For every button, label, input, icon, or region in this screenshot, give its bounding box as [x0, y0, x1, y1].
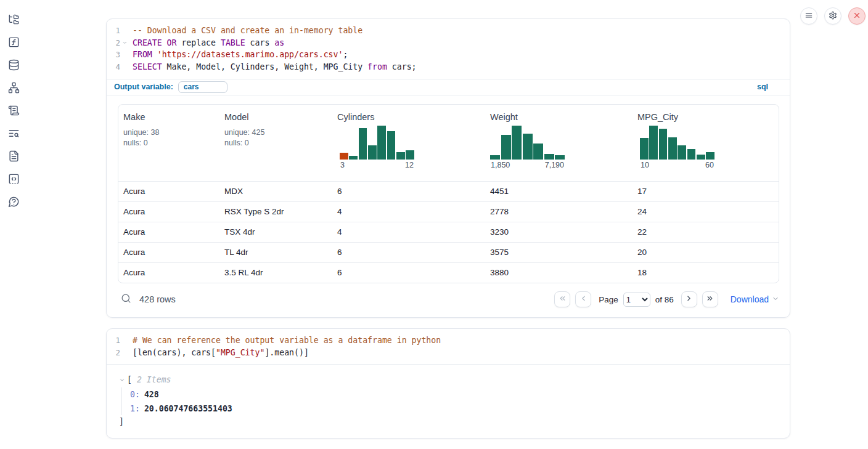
code-line[interactable]: 3 FROM 'https://datasets.marimo.app/cars… — [107, 49, 790, 61]
code-token: FROM — [133, 50, 152, 59]
sidebar-item-datasources[interactable] — [7, 60, 20, 72]
table-cell: 6 — [332, 182, 485, 201]
code-line[interactable]: 1 -- Download a CSV and create an in-mem… — [107, 25, 790, 37]
page-select[interactable]: 1 — [623, 293, 650, 307]
column-header-make[interactable]: Make unique: 38nulls: 0 — [118, 105, 219, 181]
sidebar-item-logs[interactable] — [7, 105, 20, 118]
close-icon — [853, 11, 861, 22]
table-cell: 4451 — [485, 182, 633, 201]
table-row[interactable]: AcuraRSX Type S 2dr4277824 — [118, 201, 779, 222]
table-cell: Acura — [118, 263, 219, 283]
sidebar-item-files[interactable] — [7, 14, 20, 26]
next-page-button[interactable] — [681, 291, 697, 307]
database-icon — [8, 59, 20, 73]
collapse-chevron-icon[interactable] — [119, 377, 125, 383]
fold-slot — [121, 61, 128, 73]
histogram-bar — [687, 149, 696, 160]
shutdown-button[interactable] — [848, 7, 866, 25]
histogram-min-label: 10 — [641, 161, 649, 169]
histogram-bars — [490, 126, 565, 160]
list-item: 1: 20.060747663551403 — [130, 402, 779, 416]
text-search-icon — [8, 127, 20, 141]
previous-page-button[interactable] — [575, 291, 591, 307]
table-cell: 4 — [332, 222, 485, 242]
code-token: OR — [167, 38, 177, 47]
code-line[interactable]: 1 # We can reference the output variable… — [107, 334, 790, 347]
histogram-bar — [697, 155, 705, 160]
table-row[interactable]: AcuraTSX 4dr4323022 — [118, 222, 779, 242]
column-header-weight[interactable]: Weight 1,8507,190 — [485, 105, 633, 181]
column-stat: unique: 38 — [123, 127, 215, 138]
fold-slot — [121, 347, 128, 359]
sidebar-item-help[interactable] — [7, 196, 20, 209]
table-cell: 3880 — [485, 263, 633, 283]
code-token: replace — [176, 38, 220, 47]
histogram-bar — [349, 156, 358, 160]
code-token: CREATE — [133, 38, 162, 47]
histogram-bar — [640, 138, 649, 160]
code-token: ].mean()] — [264, 348, 308, 357]
output-variable-input[interactable] — [178, 81, 227, 93]
table-cell: 2778 — [485, 202, 633, 222]
chevrons-left-icon — [559, 294, 567, 304]
code-token: cars; — [387, 62, 417, 71]
code-line[interactable]: 2 CREATE OR replace TABLE cars as — [107, 37, 790, 49]
column-label: Cylinders — [337, 112, 480, 122]
column-header-cylinders[interactable]: Cylinders 312 — [332, 105, 485, 181]
histogram-bar — [659, 129, 668, 160]
code-token: Make, Model, Cylinders, Weight, MPG_City — [162, 62, 367, 71]
column-label: Weight — [490, 112, 628, 122]
items-count-label: 2 Items — [137, 375, 171, 384]
sidebar-item-search[interactable] — [7, 128, 20, 140]
table-cell: 17 — [633, 182, 779, 201]
network-icon — [8, 82, 20, 95]
table-search-button[interactable] — [121, 293, 131, 305]
sidebar-item-functions[interactable] — [7, 37, 20, 49]
column-label: MPG_City — [637, 112, 774, 122]
last-page-button[interactable] — [702, 291, 718, 307]
left-sidebar — [0, 0, 27, 449]
histogram-bar — [706, 152, 714, 160]
first-page-button[interactable] — [554, 291, 570, 307]
sql-cell: 1 -- Download a CSV and create an in-mem… — [106, 18, 790, 318]
table-cell: RSX Type S 2dr — [219, 202, 332, 222]
sidebar-item-snippets[interactable] — [7, 174, 20, 186]
histogram-bar — [340, 153, 348, 160]
settings-button[interactable] — [824, 7, 841, 25]
table-footer: 428 rows Page 1 of 86 Download — [107, 283, 790, 316]
function-square-icon — [8, 36, 20, 50]
histogram-bar — [649, 126, 658, 160]
column-header-mpg-city[interactable]: MPG_City 1060 — [633, 105, 779, 181]
fold-slot — [121, 49, 128, 61]
python-output: [ 2 Items 0: 428 1: 20.060747663551403 ] — [107, 364, 790, 426]
fold-chevron-icon[interactable] — [121, 37, 128, 49]
search-icon — [121, 293, 131, 305]
table-row[interactable]: AcuraMDX6445117 — [118, 181, 779, 201]
download-button[interactable]: Download — [731, 294, 779, 304]
histogram-max-label: 12 — [405, 161, 414, 169]
histogram-bar — [406, 150, 414, 160]
code-token: ; — [343, 50, 348, 59]
table-cell: 4 — [332, 202, 485, 222]
code-line[interactable]: 2 [len(cars), cars["MPG_City"].mean()] — [107, 347, 790, 359]
output-variable-row: Output variable: sql — [107, 79, 790, 95]
scroll-text-icon — [8, 105, 20, 118]
pagination: Page 1 of 86 Download — [554, 291, 779, 307]
code-line[interactable]: 4 SELECT Make, Model, Cylinders, Weight,… — [107, 61, 790, 73]
column-header-model[interactable]: Model unique: 425nulls: 0 — [219, 105, 332, 181]
code-token: [len(cars), cars[ — [133, 348, 216, 357]
histogram-bar — [533, 144, 543, 160]
histogram-bar — [523, 134, 533, 160]
python-code-editor[interactable]: 1 # We can reference the output variable… — [107, 329, 790, 364]
sidebar-item-documentation[interactable] — [7, 151, 20, 163]
table-row[interactable]: AcuraTL 4dr6357520 — [118, 242, 779, 262]
sidebar-item-dependencies[interactable] — [7, 83, 20, 95]
top-right-controls — [800, 7, 866, 25]
sql-code-editor[interactable]: 1 -- Download a CSV and create an in-mem… — [107, 19, 790, 79]
menu-button[interactable] — [800, 7, 817, 25]
table-cell: 22 — [633, 222, 779, 242]
histogram-bar — [544, 154, 554, 160]
table-row[interactable]: Acura3.5 RL 4dr6388018 — [118, 262, 779, 283]
histogram-bar — [396, 152, 405, 160]
close-bracket: ] — [119, 417, 779, 426]
